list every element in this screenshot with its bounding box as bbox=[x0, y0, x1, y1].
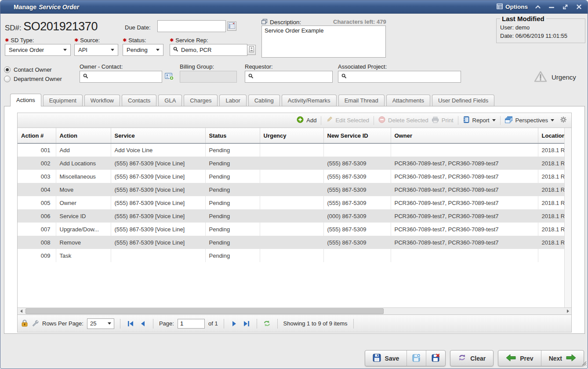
table-row[interactable]: 009TaskPending bbox=[18, 249, 564, 262]
department-owner-radio[interactable]: Department Owner bbox=[4, 76, 62, 82]
printer-icon bbox=[432, 117, 439, 124]
column-header[interactable]: Service bbox=[111, 128, 205, 143]
description-textarea[interactable]: Service Order Example bbox=[261, 26, 386, 58]
tab-workflow[interactable]: Workflow bbox=[84, 95, 120, 106]
tab-gla[interactable]: GLA bbox=[158, 95, 182, 106]
calendar-icon bbox=[229, 22, 235, 30]
associated-project-input[interactable] bbox=[349, 73, 457, 80]
previous-page-icon[interactable] bbox=[138, 319, 147, 328]
column-header[interactable]: Action bbox=[56, 128, 111, 143]
column-header[interactable]: Action # bbox=[18, 128, 56, 143]
scrollbar-thumb[interactable] bbox=[25, 308, 384, 314]
tab-labor[interactable]: Labor bbox=[219, 95, 246, 106]
due-date-input[interactable] bbox=[161, 23, 222, 29]
delete-selected-button[interactable]: Delete Selected bbox=[378, 116, 428, 124]
save-and-close-button[interactable] bbox=[426, 351, 445, 366]
column-header[interactable]: Urgency bbox=[260, 128, 323, 143]
resize-grip[interactable] bbox=[581, 360, 587, 368]
cell: (555) 867-5309 [Voice Line] bbox=[111, 157, 205, 170]
tab-email-thread[interactable]: Email Thread bbox=[338, 95, 385, 106]
calendar-button[interactable] bbox=[227, 22, 236, 31]
source-select[interactable]: API bbox=[74, 44, 118, 56]
tab-activity-remarks[interactable]: Activity/Remarks bbox=[282, 95, 337, 106]
source-label: ✱Source: bbox=[74, 37, 100, 44]
column-header[interactable]: Status bbox=[205, 128, 260, 143]
next-button[interactable]: Next bbox=[541, 351, 584, 366]
horizontal-scrollbar[interactable] bbox=[18, 307, 571, 314]
options-button[interactable]: Options bbox=[497, 4, 528, 11]
lock-icon[interactable] bbox=[21, 319, 28, 328]
grid-settings-button[interactable] bbox=[560, 116, 567, 124]
tab-equipment[interactable]: Equipment bbox=[43, 95, 83, 106]
tab-cabling[interactable]: Cabling bbox=[248, 95, 280, 106]
clear-button[interactable]: Clear bbox=[450, 351, 493, 366]
table-row[interactable]: 007Upgrade/Dow...(555) 867-5309 [Voice L… bbox=[18, 223, 564, 236]
table-row[interactable]: 002Add Locations(555) 867-5309 [Voice Li… bbox=[18, 157, 564, 170]
minimize-icon[interactable] bbox=[548, 4, 555, 11]
report-button[interactable]: Report bbox=[463, 116, 496, 124]
page-input[interactable] bbox=[178, 319, 205, 329]
cell: Miscellaneous bbox=[56, 170, 111, 183]
prev-button[interactable]: Prev bbox=[498, 351, 541, 366]
urgency-indicator[interactable]: Urgency bbox=[534, 70, 576, 84]
sd-value: SO201921370 bbox=[23, 20, 98, 33]
wrench-icon[interactable] bbox=[32, 319, 39, 328]
save-and-new-button[interactable] bbox=[407, 351, 426, 366]
tab-contacts[interactable]: Contacts bbox=[122, 95, 156, 106]
column-header[interactable]: Owner bbox=[391, 128, 538, 143]
popout-field-icon[interactable] bbox=[261, 18, 267, 26]
tab-attachments[interactable]: Attachments bbox=[386, 95, 430, 106]
due-date-field[interactable] bbox=[157, 20, 226, 32]
print-button[interactable]: Print bbox=[432, 117, 454, 124]
column-header[interactable]: Location bbox=[538, 128, 564, 143]
close-icon[interactable] bbox=[575, 4, 582, 11]
add-contact-button[interactable] bbox=[165, 72, 174, 82]
requestor-field[interactable] bbox=[245, 71, 333, 83]
table-row[interactable]: 008Remove(555) 867-5309 [Voice Line]Pend… bbox=[18, 236, 564, 249]
sd-type-select[interactable]: Service Order bbox=[5, 44, 71, 56]
popout-icon[interactable] bbox=[562, 4, 569, 11]
requestor-input[interactable] bbox=[256, 73, 329, 80]
scroll-right-icon[interactable] bbox=[564, 308, 571, 314]
search-icon bbox=[248, 73, 254, 80]
associated-project-field[interactable] bbox=[338, 71, 461, 83]
owner-contact-input[interactable] bbox=[91, 73, 159, 80]
tab-charges[interactable]: Charges bbox=[184, 95, 218, 106]
required-asterisk: ✱ bbox=[170, 37, 174, 43]
service-rep-detail-button[interactable] bbox=[247, 45, 256, 55]
table-row[interactable]: 004Move(555) 867-5309 [Voice Line]Pendin… bbox=[18, 183, 564, 196]
perspectives-button[interactable]: Perspectives bbox=[505, 116, 554, 124]
chevron-down-icon bbox=[63, 49, 67, 51]
column-header[interactable]: New Service ID bbox=[323, 128, 391, 143]
collapse-icon[interactable] bbox=[534, 4, 541, 11]
cell bbox=[260, 196, 323, 209]
divider bbox=[353, 319, 354, 329]
last-page-icon[interactable] bbox=[242, 319, 251, 328]
refresh-icon[interactable] bbox=[263, 319, 272, 328]
add-button[interactable]: Add bbox=[297, 116, 316, 124]
cell: (555) 867-5309 bbox=[323, 170, 391, 183]
first-page-icon[interactable] bbox=[126, 319, 135, 328]
table-row[interactable]: 005Owner(555) 867-5309 [Voice Line]Pendi… bbox=[18, 196, 564, 209]
tab-actions[interactable]: Actions bbox=[10, 94, 41, 106]
tab-user-defined-fields[interactable]: User Defined Fields bbox=[432, 95, 494, 106]
last-modified-legend: Last Modified bbox=[500, 15, 546, 22]
grid-toolbar: Add Edit Selected Delete Selected Pri bbox=[18, 113, 571, 128]
cell: PCR360-7089-test7, PCR360-7089-test7 bbox=[391, 183, 538, 196]
scroll-left-icon[interactable] bbox=[18, 308, 25, 314]
owner-contact-field[interactable] bbox=[80, 71, 162, 83]
vertical-scrollbar[interactable] bbox=[564, 128, 571, 307]
contact-owner-radio[interactable]: Contact Owner bbox=[4, 66, 52, 73]
table-row[interactable]: 001AddAdd Voice LinePending2018.1 R bbox=[18, 143, 564, 157]
service-rep-field[interactable]: Demo, PCR bbox=[170, 44, 247, 56]
cell bbox=[260, 143, 323, 157]
table-row[interactable]: 003Miscellaneous(555) 867-5309 [Voice Li… bbox=[18, 170, 564, 183]
next-page-icon[interactable] bbox=[230, 319, 239, 328]
table-row[interactable]: 006Service ID(555) 867-5309 [Voice Line]… bbox=[18, 209, 564, 223]
edit-selected-button[interactable]: Edit Selected bbox=[326, 116, 369, 124]
warning-triangle-icon bbox=[534, 70, 548, 84]
rows-per-page-select[interactable]: 25 bbox=[87, 318, 114, 329]
save-button[interactable]: Save bbox=[365, 351, 407, 366]
status-select[interactable]: Pending bbox=[123, 44, 163, 56]
save-icon bbox=[373, 354, 381, 363]
